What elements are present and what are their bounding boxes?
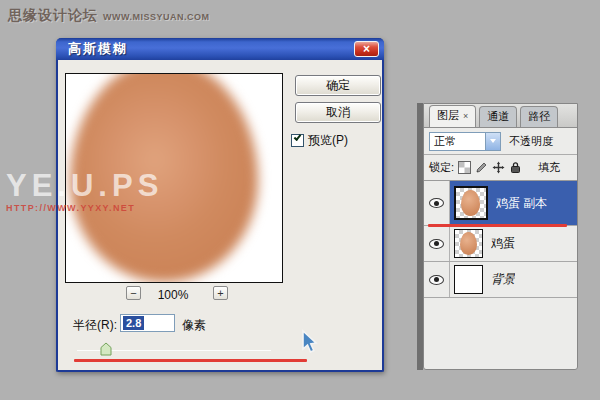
tab-paths[interactable]: 路径 <box>520 106 558 127</box>
blend-mode-row: 正常 不透明度 <box>424 128 577 155</box>
tab-layers-label: 图层 <box>437 109 459 121</box>
visibility-toggle[interactable] <box>424 181 450 225</box>
preview-checkbox[interactable] <box>291 134 304 147</box>
lock-transparency-icon[interactable] <box>458 161 471 174</box>
lock-pixels-icon[interactable] <box>475 161 488 174</box>
blend-mode-value: 正常 <box>430 134 485 149</box>
lock-label: 锁定: <box>429 160 454 175</box>
visibility-toggle[interactable] <box>424 262 450 297</box>
eye-icon <box>429 198 444 208</box>
site-url: WWW.MISSYUAN.COM <box>103 12 210 22</box>
panel-tabstrip: 图层× 通道 路径 <box>424 104 577 128</box>
mouse-cursor-icon <box>296 329 320 361</box>
layer-thumbnail[interactable] <box>454 265 483 294</box>
dialog-title: 高斯模糊 <box>68 40 354 58</box>
lock-all-icon[interactable] <box>509 161 522 174</box>
opacity-label: 不透明度 <box>509 134 553 149</box>
screen: 思缘设计论坛WWW.MISSYUAN.COM 高斯模糊 × 确定 取消 预览(P… <box>0 0 600 400</box>
cancel-button[interactable]: 取消 <box>295 102 381 123</box>
dialog-titlebar[interactable]: 高斯模糊 × <box>56 38 384 60</box>
layer-name[interactable]: 鸡蛋 <box>491 235 515 252</box>
ok-button[interactable]: 确定 <box>295 75 381 96</box>
layer-row-body[interactable]: 鸡蛋 <box>450 226 577 261</box>
radius-label: 半径(R): <box>73 317 117 334</box>
layer-thumbnail[interactable] <box>454 229 483 258</box>
radius-input[interactable]: 2.8 <box>120 314 175 332</box>
gaussian-blur-dialog: 高斯模糊 × 确定 取消 预览(P) − 100% + 半径(R): 2.8 像… <box>56 38 384 372</box>
tab-close-icon[interactable]: × <box>463 111 468 121</box>
lock-row: 锁定: 填充 <box>424 155 577 181</box>
annotation-underline-layer <box>428 224 567 227</box>
zoom-percentage: 100% <box>138 288 208 302</box>
blur-preview-area[interactable] <box>65 73 283 283</box>
radius-value-selected: 2.8 <box>123 316 144 330</box>
egg-image <box>70 73 258 282</box>
layer-row-egg-copy[interactable]: 鸡蛋 副本 <box>424 181 577 226</box>
eye-icon <box>429 239 444 249</box>
layer-row-egg[interactable]: 鸡蛋 <box>424 226 577 262</box>
layer-name[interactable]: 背景 <box>491 271 515 288</box>
layer-row-body[interactable]: 背景 <box>450 262 577 297</box>
layers-panel: 图层× 通道 路径 正常 不透明度 锁定: <box>423 103 578 370</box>
lock-position-icon[interactable] <box>492 161 505 174</box>
eye-icon <box>429 275 444 285</box>
egg-thumbnail-image <box>461 190 480 215</box>
layer-row-body[interactable]: 鸡蛋 副本 <box>450 181 577 225</box>
radius-unit-label: 像素 <box>182 317 206 334</box>
close-button[interactable]: × <box>354 41 379 57</box>
layer-row-background[interactable]: 背景 <box>424 262 577 298</box>
annotation-underline-slider <box>74 359 307 362</box>
site-name: 思缘设计论坛 <box>8 7 98 23</box>
close-icon: × <box>363 43 370 55</box>
tab-channels[interactable]: 通道 <box>479 106 517 127</box>
visibility-toggle[interactable] <box>424 226 450 261</box>
check-icon <box>294 133 302 141</box>
triangle-glyph <box>490 139 496 143</box>
fill-label: 填充 <box>538 160 560 175</box>
egg-thumbnail-image <box>460 232 477 255</box>
preview-checkbox-row: 预览(P) <box>291 132 348 149</box>
zoom-in-button[interactable]: + <box>213 286 228 300</box>
layer-thumbnail[interactable] <box>454 186 488 220</box>
tab-layers[interactable]: 图层× <box>429 105 476 127</box>
chevron-down-icon[interactable] <box>485 133 500 150</box>
site-banner: 思缘设计论坛WWW.MISSYUAN.COM <box>8 6 210 25</box>
blend-mode-select[interactable]: 正常 <box>429 132 501 151</box>
layer-name[interactable]: 鸡蛋 副本 <box>496 195 547 212</box>
radius-slider-thumb[interactable] <box>100 342 112 356</box>
preview-checkbox-label: 预览(P) <box>308 132 348 149</box>
